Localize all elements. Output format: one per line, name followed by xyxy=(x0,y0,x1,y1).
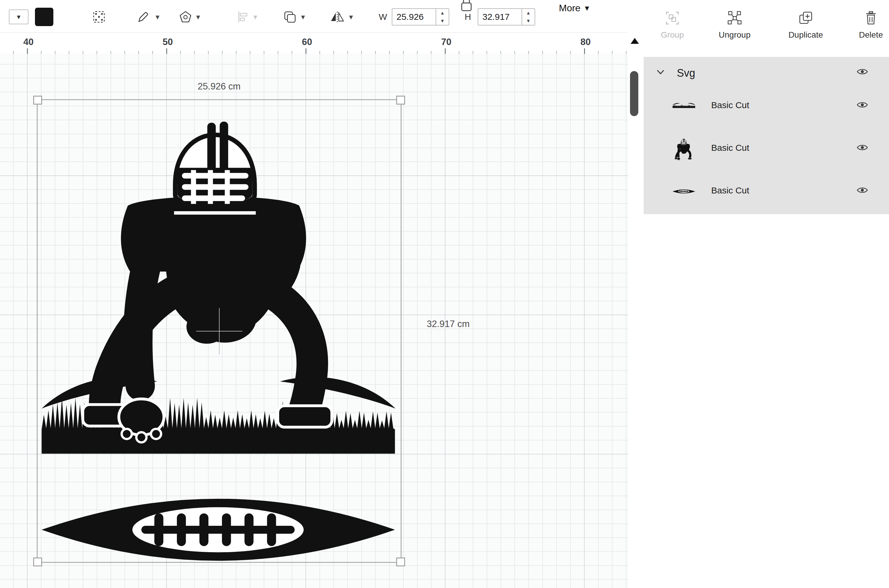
resize-handle-top-left[interactable] xyxy=(33,96,42,105)
ruler-tick: 60 xyxy=(292,37,322,47)
arrange-caret-icon[interactable]: ▾ xyxy=(301,13,305,21)
ungroup-button[interactable]: Ungroup xyxy=(712,10,757,40)
group-icon xyxy=(665,11,679,26)
group-name: Svg xyxy=(677,67,695,80)
ruler-tick: 50 xyxy=(153,37,183,47)
ruler-tick: 40 xyxy=(14,37,43,47)
app-root: ▾ ▾ xyxy=(0,0,889,588)
group-label: Group xyxy=(661,30,684,40)
layers-stack-icon xyxy=(283,10,297,25)
height-stepper: ▲ ▼ xyxy=(521,9,535,25)
selection-center-crosshair xyxy=(219,308,219,354)
layer-row-player[interactable]: Basic Cut xyxy=(644,135,889,163)
layer-label: Basic Cut xyxy=(711,143,749,153)
resize-handle-bottom-right[interactable] xyxy=(396,558,405,566)
delete-label: Delete xyxy=(859,30,883,40)
eye-visibility-icon[interactable] xyxy=(856,143,869,153)
resize-handle-top-right[interactable] xyxy=(396,96,405,105)
eye-visibility-icon[interactable] xyxy=(856,186,869,196)
grass-layer-thumbnail xyxy=(672,94,696,118)
ruler-tick: 80 xyxy=(571,37,601,47)
layer-list: Svg Basic Cut xyxy=(644,57,889,214)
pencil-icon xyxy=(137,10,150,24)
player-layer-thumbnail xyxy=(672,137,696,160)
shapes-caret-icon[interactable]: ▾ xyxy=(196,13,200,21)
height-label: H xyxy=(465,12,471,22)
width-input[interactable]: 25.926 ▲ ▼ xyxy=(392,8,449,26)
width-value[interactable]: 25.926 xyxy=(392,9,435,25)
align-icon xyxy=(236,10,249,24)
layer-row-grass[interactable]: Basic Cut xyxy=(644,92,889,120)
polygon-shape-icon xyxy=(179,10,192,24)
width-stepper: ▲ ▼ xyxy=(435,9,449,25)
arrange-tool-button[interactable] xyxy=(281,9,298,26)
height-input[interactable]: 32.917 ▲ ▼ xyxy=(478,8,535,26)
draw-tool-button[interactable] xyxy=(135,9,152,26)
resize-handle-bottom-left[interactable] xyxy=(33,558,42,566)
ungroup-icon xyxy=(727,11,742,26)
more-button[interactable]: More ▼ xyxy=(557,2,592,14)
duplicate-icon xyxy=(799,11,813,26)
height-stepper-down-icon[interactable]: ▼ xyxy=(522,17,535,25)
eye-visibility-icon[interactable] xyxy=(856,68,869,78)
layer-label: Basic Cut xyxy=(711,100,749,110)
design-canvas[interactable]: 25.926 cm 32.917 cm xyxy=(0,54,628,588)
width-label: W xyxy=(379,12,387,22)
duplicate-button[interactable]: Duplicate xyxy=(784,10,828,40)
ruler-tick: 70 xyxy=(431,37,461,47)
trash-icon xyxy=(864,11,878,26)
layer-label: Basic Cut xyxy=(711,185,749,195)
vertical-scrollbar[interactable] xyxy=(628,54,644,588)
width-stepper-down-icon[interactable]: ▼ xyxy=(436,17,449,25)
width-stepper-up-icon[interactable]: ▲ xyxy=(436,9,449,17)
eye-visibility-icon[interactable] xyxy=(856,101,869,111)
linetype-dropdown[interactable]: ▾ xyxy=(9,9,29,24)
scroll-up-arrow-icon[interactable] xyxy=(631,38,639,44)
selection-height-text: 32.917 cm xyxy=(427,319,470,329)
group-button: Group xyxy=(650,10,695,40)
ungroup-label: Ungroup xyxy=(719,30,750,40)
svg-group-header[interactable]: Svg xyxy=(644,59,889,87)
shapes-tool-button[interactable] xyxy=(177,9,194,26)
align-caret-icon: ▾ xyxy=(253,13,257,21)
duplicate-label: Duplicate xyxy=(788,30,823,40)
flip-tool-button[interactable] xyxy=(329,9,345,26)
layer-row-laces[interactable]: Basic Cut xyxy=(644,177,889,206)
align-tool-button xyxy=(234,9,251,26)
height-stepper-up-icon[interactable]: ▲ xyxy=(522,9,535,17)
horizontal-ruler: 40 50 60 70 80 xyxy=(0,32,628,55)
marquee-select-icon xyxy=(92,10,106,25)
selection-width-text: 25.926 cm xyxy=(38,81,401,92)
more-caret-icon: ▼ xyxy=(584,4,590,12)
vertical-scrollbar-thumb[interactable] xyxy=(630,71,638,116)
chevron-down-icon[interactable] xyxy=(657,69,664,76)
laces-layer-thumbnail xyxy=(672,180,696,203)
aspect-lock-icon[interactable] xyxy=(459,0,474,10)
color-swatch[interactable] xyxy=(35,8,53,26)
selection-box[interactable]: 25.926 cm 32.917 cm xyxy=(37,99,401,563)
layers-panel: Group Ungroup xyxy=(644,0,889,588)
height-value[interactable]: 32.917 xyxy=(478,9,521,25)
flip-horizontal-icon xyxy=(329,10,345,24)
caret-down-icon: ▾ xyxy=(17,13,21,21)
more-label: More xyxy=(559,3,581,14)
draw-caret-icon[interactable]: ▾ xyxy=(156,13,159,21)
select-tool-button[interactable] xyxy=(91,9,107,26)
flip-caret-icon[interactable]: ▾ xyxy=(349,13,353,21)
delete-button[interactable]: Delete xyxy=(849,10,889,40)
